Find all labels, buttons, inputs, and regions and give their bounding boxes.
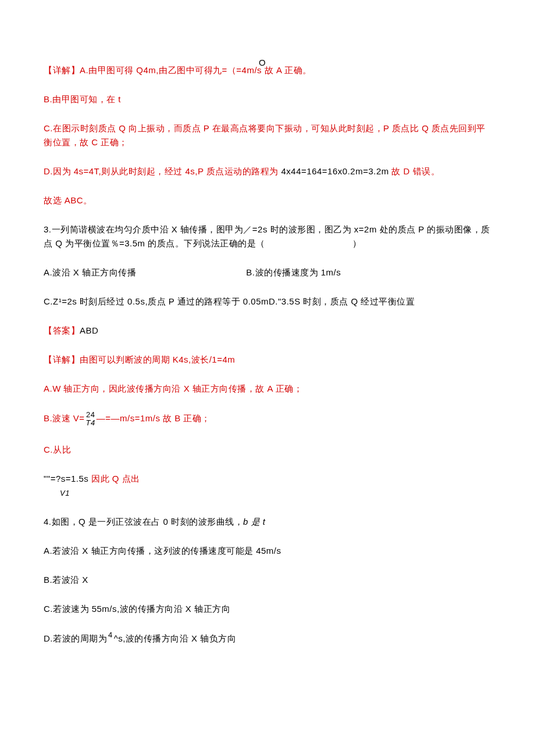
q4-opt-d: D.若波的周期为4 ^s,波的传播方向沿 X 轴负方向 <box>44 631 491 648</box>
q4-opt-b: B.若波沿 X <box>44 573 491 587</box>
q4-d-pre1: D.若波的周期为 <box>44 633 107 643</box>
q3-options-cd: C.Z¹=2s 时刻后经过 0.5s,质点 P 通过的路程等于 0.05mD."… <box>44 295 491 309</box>
q3-opt-a: A.波沿 X 轴正方向传播 <box>44 267 136 277</box>
d3d-line: ""=?s=1.5s 因此 Q 点出 <box>44 474 140 483</box>
d3b-tail: 故 B 正确； <box>160 413 211 423</box>
q4-stem: 4.如图，Q 是一列正弦波在占 0 时刻的波形曲线，b 是 t <box>44 515 491 529</box>
q3-answer: 【答案】ABD <box>44 324 491 338</box>
q3-detail-a: A.W 轴正方向，因此波传播方向沿 X 轴正方向传播，故 A 正确； <box>44 382 491 396</box>
q3-detail-c: C.从比 <box>44 443 491 457</box>
p-detail-d: D.因为 4s=4T,则从此时刻起，经过 4s,P 质点运动的路程为 4x44=… <box>44 164 491 178</box>
p-detail-c: C.在图示时刻质点 Q 向上振动，而质点 P 在最高点将要向下振动，可知从此时刻… <box>44 121 491 149</box>
d3b-frac: 24T4 <box>86 411 95 428</box>
q3-detail: 【详解】由图可以判断波的周期 K4s,波长/1=4m <box>44 353 491 367</box>
answer-label: 【答案】 <box>44 325 80 335</box>
d3b-pre-1: B.波速 V= <box>44 413 85 423</box>
q4-stem-text: 4.如图，Q 是一列正弦波在占 0 时刻的波形曲线，b 是 t <box>44 517 265 526</box>
q4-opt-c: C.若波速为 55m/s,波的传播方向沿 X 轴正方向 <box>44 602 491 616</box>
p-conclusion-abc: 故选 ABC。 <box>44 194 491 207</box>
d3b-pre-2: —=—m/s=1m/s <box>97 413 160 423</box>
q4-d-line: D.若波的周期为4 ^s,波的传播方向沿 X 轴负方向 <box>44 633 236 643</box>
q4-d-pre2: ^s,波的传播方向沿 X 轴负方向 <box>114 633 237 643</box>
d3b-text: B.波速 V=24T4—=—m/s=1m/s 故 B 正确； <box>44 413 211 423</box>
q4-d-frac: 4 <box>108 631 113 648</box>
d3d-tail: 因此 Q 点出 <box>91 474 140 483</box>
o-mark: O <box>259 58 266 67</box>
sup-o: O <box>44 58 491 67</box>
detail-text: 由图可以判断波的周期 K4s,波长/1=4m <box>80 354 235 364</box>
q3-opt-b: B.波的传播速度为 1m/s <box>246 267 341 277</box>
detail-d-tail: 故 D 错误。 <box>389 166 440 176</box>
q4-d-frac-top: 4 <box>108 631 113 639</box>
q3-detail-b: B.波速 V=24T4—=—m/s=1m/s 故 B 正确； <box>44 411 491 428</box>
d3d-pre: ""=?s=1.5s <box>44 474 91 483</box>
d3b-frac-bot: T4 <box>86 419 95 427</box>
p-detail-b: B.由甲图可知，在 t <box>44 92 491 106</box>
q4-opt-a: A.若波沿 X 轴正方向传播，这列波的传播速度可能是 45m/s <box>44 544 491 558</box>
d3b-frac-top: 24 <box>86 411 95 419</box>
q3-stem: 3.一列简谐横波在均匀介质中沿 X 轴传播，图甲为／=2s 时的波形图，图乙为 … <box>44 223 491 250</box>
answer-val: ABD <box>80 325 98 335</box>
q3-options-ab: A.波沿 X 轴正方向传播 B.波的传播速度为 1m/s <box>44 266 491 280</box>
detail-d-mid: 4x44=164=16x0.2m=3.2m <box>281 166 389 176</box>
detail-d-head: D.因为 4s=4T,则从此时刻起，经过 4s,P 质点运动的路程为 <box>44 166 281 176</box>
q3-stem-a: 3.一列简谐横波在均匀介质中沿 X 轴传播，图甲为／=2s 时的波形图，图乙为 … <box>44 224 490 248</box>
q3-stem-b: ） <box>352 238 362 248</box>
q4-d-frac-bot <box>108 639 113 647</box>
q3-detail-d: ""=?s=1.5s 因此 Q 点出 V1 <box>44 472 491 500</box>
detail-label: 【详解】 <box>44 354 80 364</box>
d3d-frac-bot: V1 <box>44 489 70 497</box>
